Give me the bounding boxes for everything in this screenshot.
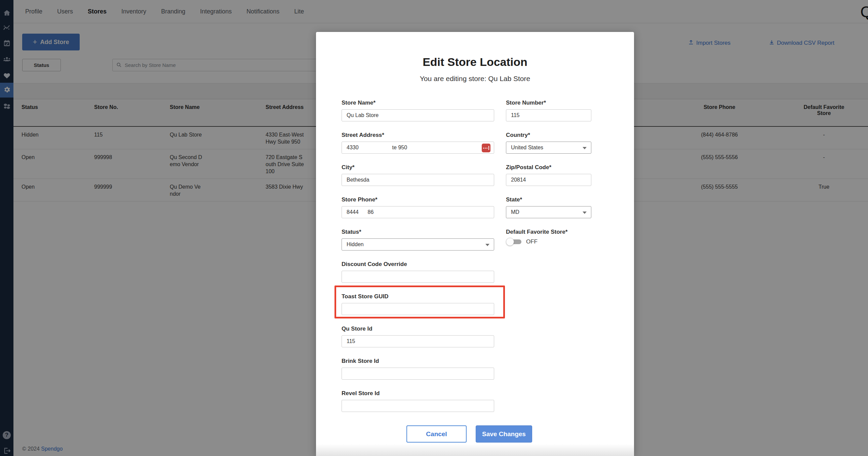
modal-title: Edit Store Location (316, 56, 634, 69)
store-number-field[interactable] (506, 109, 591, 121)
status-label: Status* (342, 229, 494, 235)
chevron-down-icon (486, 244, 490, 246)
discount-code-field[interactable] (342, 271, 494, 283)
revel-store-id-field[interactable] (342, 400, 494, 412)
chevron-down-icon (583, 212, 587, 214)
store-number-label: Store Number* (506, 99, 591, 106)
default-favorite-toggle[interactable] (506, 239, 521, 244)
edit-store-modal: Edit Store Location You are editing stor… (316, 32, 634, 456)
brink-store-id-field[interactable] (342, 368, 494, 380)
street-address-label: Street Address* (342, 132, 494, 139)
store-phone-field[interactable]: 8444 86 (342, 206, 494, 218)
store-phone-label: Store Phone* (342, 196, 494, 203)
cancel-button[interactable]: Cancel (406, 425, 467, 443)
autofill-extension-icon[interactable] (482, 144, 491, 152)
brink-store-id-label: Brink Store Id (342, 358, 494, 365)
country-label: Country* (506, 132, 591, 139)
state-label: State* (506, 196, 591, 203)
status-select[interactable]: Hidden (342, 238, 494, 250)
qu-store-id-label: Qu Store Id (342, 326, 494, 332)
zip-field[interactable] (506, 174, 591, 186)
revel-store-id-label: Revel Store Id (342, 390, 494, 397)
chevron-down-icon (583, 147, 587, 149)
save-changes-button[interactable]: Save Changes (476, 425, 532, 443)
toggle-state-label: OFF (526, 238, 537, 245)
store-name-label: Store Name* (342, 99, 494, 106)
state-select[interactable]: MD (506, 206, 591, 218)
city-label: City* (342, 164, 494, 171)
zip-label: Zip/Postal Code* (506, 164, 591, 171)
modal-subtitle: You are editing store: Qu Lab Store (316, 75, 634, 83)
discount-code-label: Discount Code Override (342, 261, 494, 268)
edit-store-form: Store Name* Store Number* Street Address… (316, 99, 634, 443)
store-name-field[interactable] (342, 109, 494, 121)
toast-guid-field[interactable] (342, 303, 494, 315)
qu-store-id-field[interactable] (342, 335, 494, 347)
default-favorite-label: Default Favorite Store* (506, 229, 591, 235)
country-select[interactable]: United States (506, 142, 591, 154)
street-address-field[interactable]: 4330 te 950 (342, 142, 494, 154)
toast-guid-label: Toast Store GUID (342, 293, 494, 300)
city-field[interactable] (342, 174, 494, 186)
